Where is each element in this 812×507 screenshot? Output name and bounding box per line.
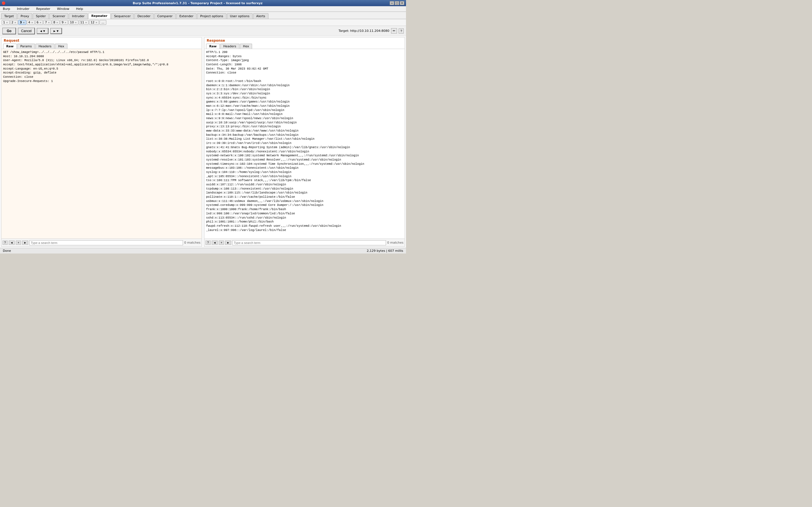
request-search-prev[interactable]: ◄	[9, 240, 15, 245]
response-search-bar: ? ◄ + ► 0 matches	[204, 238, 405, 246]
request-tab-hex[interactable]: Hex	[55, 44, 67, 49]
tab-comparer[interactable]: Comparer	[154, 13, 175, 19]
tab-proxy[interactable]: Proxy	[17, 13, 32, 19]
main-tabs: Target Proxy Spider Scanner Intruder Rep…	[0, 12, 406, 19]
num-tab-9[interactable]: 9×	[60, 20, 68, 25]
request-title: Request	[1, 38, 202, 44]
menu-intruder[interactable]: Intruder	[15, 6, 31, 11]
request-match-count: 0 matches	[184, 241, 200, 244]
close-button[interactable]: ✕	[400, 1, 404, 5]
response-tab-hex[interactable]: Hex	[240, 44, 252, 49]
tab-project-options[interactable]: Project options	[197, 13, 226, 19]
request-content: GET /show_image?img=../../../../../../et…	[1, 49, 202, 238]
tab-user-options[interactable]: User options	[227, 13, 253, 19]
request-search-help[interactable]: ?	[3, 240, 8, 245]
split-pane: Request Raw Params Headers Hex GET /show…	[0, 36, 406, 248]
request-search-input[interactable]	[29, 240, 183, 245]
request-tab-headers[interactable]: Headers	[36, 44, 55, 49]
response-text[interactable]: HTTP/1.1 200 Accept-Ranges: bytes Conten…	[204, 49, 405, 238]
response-tab-headers[interactable]: Headers	[220, 44, 239, 49]
response-tabs: Raw Headers Hex	[204, 44, 405, 49]
tab-intruder[interactable]: Intruder	[69, 13, 87, 19]
response-search-prev[interactable]: ◄	[212, 240, 218, 245]
request-tabs: Raw Params Headers Hex	[1, 44, 202, 49]
target-prefix: Target:	[339, 29, 350, 33]
response-search-help[interactable]: ?	[206, 240, 211, 245]
cancel-button[interactable]: Cancel	[18, 27, 35, 34]
response-title: Response	[204, 38, 405, 44]
status-bar: Done 2,129 bytes | 607 millis	[0, 248, 406, 253]
num-tab-12[interactable]: 12×	[89, 20, 99, 25]
edit-target-button[interactable]: ✏	[391, 28, 397, 34]
request-search-add[interactable]: +	[16, 240, 21, 245]
request-tab-raw[interactable]: Raw	[3, 44, 17, 49]
tab-scanner[interactable]: Scanner	[49, 13, 68, 19]
tab-alerts[interactable]: Alerts	[253, 13, 268, 19]
num-tab-more[interactable]: ...	[100, 20, 107, 25]
tab-target[interactable]: Target	[1, 13, 17, 19]
minimize-button[interactable]: −	[390, 1, 394, 5]
response-search-input[interactable]	[232, 240, 386, 245]
request-pane: Request Raw Params Headers Hex GET /show…	[1, 37, 202, 247]
request-search-bar: ? ◄ + ► 0 matches	[1, 238, 202, 246]
title-bar-title: Burp Suite Professionalv1.7.31 - Tempora…	[6, 1, 390, 5]
num-tab-2[interactable]: 2×	[10, 20, 18, 25]
tab-repeater[interactable]: Repeater	[88, 13, 110, 19]
num-tab-4[interactable]: 4×	[27, 20, 35, 25]
num-tab-6[interactable]: 6×	[35, 20, 43, 25]
num-tab-7[interactable]: 7×	[43, 20, 51, 25]
response-content: HTTP/1.1 200 Accept-Ranges: bytes Conten…	[204, 49, 405, 238]
status-text: Done	[3, 249, 11, 252]
request-search-next[interactable]: ►	[22, 240, 28, 245]
tab-extender[interactable]: Extender	[176, 13, 197, 19]
maximize-button[interactable]: □	[395, 1, 399, 5]
num-tab-1[interactable]: 1×	[2, 20, 10, 25]
tab-spider[interactable]: Spider	[33, 13, 49, 19]
num-tabs-row: 1× 2× 3× 4× 6× 7× 8× 9× 10× 11× 12× ...	[0, 19, 406, 26]
response-pane: Response Raw Headers Hex HTTP/1.1 200 Ac…	[204, 37, 405, 247]
response-search-add[interactable]: +	[219, 240, 224, 245]
toolbar: Go Cancel ◄▼ ►▼ Target: http://10.10.11.…	[0, 26, 406, 36]
size-info: 2,129 bytes | 607 millis	[367, 249, 403, 252]
target-label: Target: http://10.10.11.204:8080	[339, 29, 389, 33]
menu-help[interactable]: Help	[74, 6, 85, 11]
menu-window[interactable]: Window	[55, 6, 71, 11]
title-bar: 🔴 Burp Suite Professionalv1.7.31 - Tempo…	[0, 0, 406, 6]
title-bar-controls: − □ ✕	[390, 1, 404, 5]
tab-decoder[interactable]: Decoder	[134, 13, 153, 19]
response-match-count: 0 matches	[387, 241, 403, 244]
forward-button[interactable]: ►▼	[50, 28, 62, 34]
request-tab-params[interactable]: Params	[17, 44, 35, 49]
back-button[interactable]: ◄▼	[37, 28, 49, 34]
help-target-button[interactable]: ?	[399, 29, 404, 34]
num-tab-8[interactable]: 8×	[52, 20, 60, 25]
menu-burp[interactable]: Burp	[1, 6, 12, 11]
content-area: Go Cancel ◄▼ ►▼ Target: http://10.10.11.…	[0, 26, 406, 248]
num-tab-11[interactable]: 11×	[79, 20, 89, 25]
request-text[interactable]: GET /show_image?img=../../../../../../et…	[1, 49, 202, 238]
response-tab-raw[interactable]: Raw	[206, 44, 220, 49]
menu-repeater[interactable]: Repeater	[35, 6, 52, 11]
go-button[interactable]: Go	[2, 27, 16, 34]
num-tab-3[interactable]: 3×	[18, 20, 26, 25]
target-url: http://10.10.11.204:8080	[350, 29, 389, 33]
response-search-next[interactable]: ►	[225, 240, 231, 245]
menu-bar: Burp Intruder Repeater Window Help	[0, 6, 406, 12]
num-tab-10[interactable]: 10×	[68, 20, 79, 25]
tab-sequencer[interactable]: Sequencer	[111, 13, 134, 19]
title-bar-icon: 🔴	[2, 1, 6, 5]
